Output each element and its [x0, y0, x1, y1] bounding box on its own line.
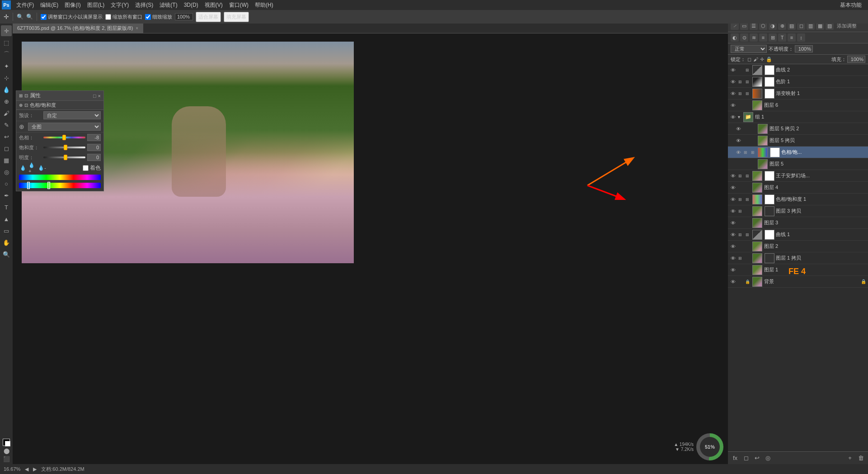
menu-layer[interactable]: 图层(L)	[84, 0, 108, 10]
layer-row[interactable]: 👁 ⊞ 曲线 2	[728, 64, 868, 76]
layer-mask-icon[interactable]: ⊞	[744, 90, 751, 97]
menu-view[interactable]: 视图(V)	[202, 0, 225, 10]
layer-visibility-icon[interactable]: 👁	[730, 255, 736, 261]
layer-row[interactable]: 👁 ▼ 📁 组 1	[728, 111, 868, 123]
layer-mask-icon[interactable]	[750, 161, 756, 167]
layer-link-icon[interactable]	[737, 67, 743, 73]
hue-range-handle-left[interactable]	[27, 182, 30, 189]
layer-adjustment-button[interactable]: ↩	[752, 454, 761, 463]
layer-mask-icon[interactable]: ⊞	[744, 67, 751, 73]
layer-visibility-icon[interactable]: 👁	[735, 126, 741, 132]
layer-mask-button[interactable]: ◻	[741, 454, 751, 463]
hue-value-input[interactable]	[87, 134, 101, 141]
tool-magic-wand[interactable]: ✦	[1, 61, 12, 71]
navigate-next[interactable]: ▶	[33, 466, 37, 472]
layer-link-icon[interactable]: ⊞	[737, 79, 743, 85]
group-expand-arrow[interactable]: ▼	[737, 115, 741, 119]
saturation-slider[interactable]	[43, 147, 85, 148]
layer-new-button[interactable]: +	[845, 454, 854, 463]
tool-path-select[interactable]: ▲	[1, 213, 12, 224]
hue-range-handle-right[interactable]	[47, 182, 50, 189]
layer-visibility-icon[interactable]: 👁	[730, 232, 736, 238]
layer-row[interactable]: 👁 图层 3	[728, 217, 868, 229]
lightness-slider[interactable]	[43, 156, 85, 158]
layer-visibility-icon[interactable]: 👁	[730, 79, 736, 85]
layer-row[interactable]: 👁 图层 4	[728, 182, 868, 194]
layer-link-icon[interactable]: ⊞	[737, 196, 743, 203]
layer-row[interactable]: 👁 图层 6	[728, 100, 868, 111]
layer-link-icon[interactable]	[737, 243, 743, 250]
colorize-checkbox[interactable]	[83, 165, 89, 171]
preset-select[interactable]: 自定	[43, 111, 101, 119]
layer-mask-icon[interactable]: ⊞	[744, 173, 751, 179]
menu-help[interactable]: 帮助(H)	[252, 0, 276, 10]
layer-group-button[interactable]: ◎	[763, 454, 772, 463]
layer-visibility-icon[interactable]: 👁	[735, 149, 741, 156]
layer-visibility-icon[interactable]: 👁	[730, 279, 736, 285]
layer-link-icon[interactable]: ⊞	[737, 90, 743, 97]
layer-link-icon[interactable]: ⊞	[737, 232, 743, 238]
navigate-prev[interactable]: ◀	[25, 466, 28, 472]
layer-visibility-icon[interactable]: 👁	[730, 220, 736, 226]
lock-pixels-icon[interactable]: 🖌	[753, 57, 758, 62]
fill-screen-button[interactable]: 填充屏幕	[224, 12, 249, 22]
zoom-input[interactable]	[175, 13, 193, 20]
layer-visibility-icon[interactable]: 👁	[730, 114, 736, 120]
layer-link-icon[interactable]: ⊞	[737, 255, 743, 261]
lock-move-icon[interactable]: ✛	[760, 57, 764, 62]
toolbar-fit-window-check[interactable]	[41, 14, 47, 20]
tool-eyedropper-plus[interactable]: 💧+	[28, 164, 37, 172]
lock-all-icon[interactable]: 🔒	[766, 57, 772, 62]
layer-mask-icon[interactable]: ⊞	[744, 232, 751, 238]
adj-icon-exposure[interactable]: ⊙	[740, 33, 748, 42]
opacity-input[interactable]	[795, 45, 813, 52]
layer-row[interactable]: 👁 ⊞ ⊞ 曲线 1	[728, 229, 868, 241]
layer-row[interactable]: 👁 图层 2	[728, 241, 868, 252]
layer-visibility-icon[interactable]: 👁	[730, 196, 736, 203]
tool-eyedropper-minus[interactable]: 💧-	[38, 164, 46, 172]
menu-select[interactable]: 选择(S)	[132, 0, 156, 10]
tool-history-brush[interactable]: ↩	[1, 131, 12, 142]
layer-mask-icon[interactable]	[744, 243, 751, 250]
menu-text[interactable]: 文字(Y)	[108, 0, 131, 10]
lightness-slider-thumb[interactable]	[64, 155, 67, 160]
layer-visibility-icon[interactable]: 👁	[730, 173, 736, 179]
saturation-value-input[interactable]	[87, 144, 101, 151]
toolbar-snap[interactable]: 细致缩放	[145, 14, 172, 20]
layer-mask-icon[interactable]: ⊞	[750, 149, 756, 156]
tool-brush[interactable]: 🖌	[1, 108, 12, 118]
document-tab[interactable]: 6Z7T0035.psd @ 16.7% (色相/饱和度 2, 图层蒙版/8) …	[13, 24, 143, 33]
properties-close-icon[interactable]: ×	[98, 93, 101, 99]
channel-select[interactable]: 全图	[28, 123, 101, 131]
adj-icon-text[interactable]: T	[778, 33, 786, 42]
layer-link-icon[interactable]	[742, 161, 749, 167]
layer-mask-icon[interactable]	[744, 102, 751, 109]
layer-row-active[interactable]: 👁 ⊞ ⊞ 色相/饱...	[728, 147, 868, 158]
tool-lasso[interactable]: ⌒	[1, 49, 12, 60]
layer-visibility-icon[interactable]: 👁	[735, 161, 741, 167]
toolbar-zoom-all-check[interactable]	[105, 14, 111, 20]
layer-row[interactable]: 👁 ⊞ ⊞ 色相/饱和度 1	[728, 194, 868, 205]
layer-link-icon[interactable]: ⊞	[742, 149, 749, 156]
tool-text[interactable]: T	[1, 202, 12, 213]
layer-row[interactable]: 👁 ⊞ ⊞ 渐变映射 1	[728, 88, 868, 100]
layer-mode-select[interactable]: 正常	[731, 45, 767, 53]
toolbar-fit-window[interactable]: 调整窗口大小以满屏显示	[41, 14, 103, 20]
layer-mask-icon[interactable]	[750, 126, 756, 132]
layer-delete-button[interactable]: 🗑	[856, 454, 865, 463]
layer-row[interactable]: 👁 图层 5 拷贝	[728, 135, 868, 147]
layer-link-icon[interactable]	[737, 185, 743, 191]
layer-mask-icon[interactable]: ⊞	[744, 79, 751, 85]
layer-link-icon[interactable]: ⊞	[737, 208, 743, 214]
toolbar-zoom-in-icon[interactable]: 🔍	[26, 14, 33, 20]
toolbar-move-icon[interactable]: ✛	[4, 13, 9, 20]
layer-mask-icon[interactable]: ⊞	[744, 196, 751, 203]
tool-shape[interactable]: ▭	[1, 225, 12, 236]
layer-link-icon[interactable]: ⊞	[737, 173, 743, 179]
layer-row[interactable]: 👁 ⊞ 图层 1 拷贝	[728, 252, 868, 264]
menu-window[interactable]: 窗口(W)	[226, 0, 251, 10]
layer-mask-icon[interactable]	[750, 137, 756, 144]
layer-row[interactable]: 👁 图层 5 拷贝 2	[728, 123, 868, 135]
layer-row[interactable]: 👁 🔒 背景 🔒	[728, 276, 868, 288]
layer-visibility-icon[interactable]: 👁	[730, 90, 736, 97]
